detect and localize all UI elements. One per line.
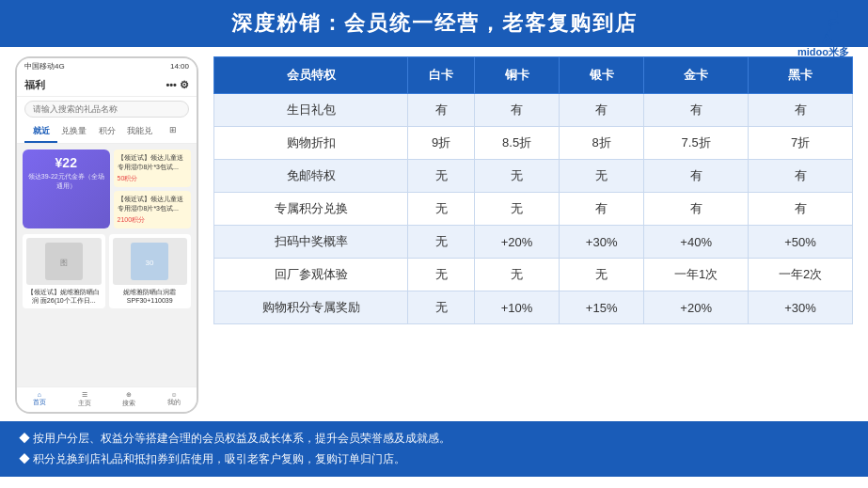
table-cell-value: 无 xyxy=(408,291,475,324)
phone-nav-bar: 福利 ••• ⚙ xyxy=(17,74,197,97)
table-cell-value: 有 xyxy=(644,94,749,127)
phone-tabs: 就近 兑换量 积分 我能兑 ⊞ xyxy=(17,121,197,144)
table-area: 会员特权 白卡 铜卡 银卡 金卡 黑卡 生日礼包有有有有有购物折扣9折8.5折8… xyxy=(213,56,853,414)
table-cell-value: 无 xyxy=(475,259,560,291)
coupon-desc: 领达39-22元代金券（全场通用） xyxy=(27,172,105,191)
phone-coupon-row: ¥22 领达39-22元代金券（全场通用） 【领近试】领达儿童送专用湿巾8片*3… xyxy=(23,150,191,228)
table-row: 生日礼包有有有有有 xyxy=(214,94,853,127)
phone-product-card-2: 【领近试】领达儿童送专用湿巾8片*3包试... 2100积分 xyxy=(114,191,192,228)
footer-line-1: 按用户分层、权益分等搭建合理的会员权益及成长体系，提升会员荣誉感及成就感。 xyxy=(19,429,849,449)
table-cell-value: 无 xyxy=(560,259,644,291)
col-header-privilege: 会员特权 xyxy=(214,57,408,94)
phone-product-1: 图 【领近试】妮维雅防晒白润 面26(10个工作日... xyxy=(23,234,105,308)
phone-bottom-me[interactable]: ☺我的 xyxy=(151,391,197,408)
table-cell-label: 扫码中奖概率 xyxy=(214,226,408,259)
phone-search-area xyxy=(17,97,197,121)
svg-text:图: 图 xyxy=(60,259,68,267)
table-row: 回厂参观体验无无无一年1次一年2次 xyxy=(214,259,853,291)
page-title: 深度粉销：会员统一经营，老客复购到店 xyxy=(0,0,868,47)
logo-text: midoo米多 xyxy=(797,45,849,59)
table-cell-value: 有 xyxy=(749,193,853,226)
table-row: 专属积分兑换无无有有有 xyxy=(214,193,853,226)
table-cell-value: 8.5折 xyxy=(475,127,560,160)
phone-time: 14:00 xyxy=(170,62,189,71)
table-cell-value: 有 xyxy=(408,94,475,127)
main-content: 中国移动4G 14:00 福利 ••• ⚙ 就近 兑换量 积分 我能兑 ⊞ ¥2… xyxy=(0,47,868,414)
col-header-gold: 金卡 xyxy=(644,57,749,94)
table-cell-value: +15% xyxy=(560,291,644,324)
phone-bottom-home[interactable]: ⌂首页 xyxy=(17,391,62,408)
table-cell-value: 8折 xyxy=(560,127,644,160)
table-cell-value: +30% xyxy=(749,291,853,324)
table-cell-label: 购物折扣 xyxy=(214,127,408,160)
table-cell-value: 有 xyxy=(475,94,560,127)
phone-product-row: 图 【领近试】妮维雅防晒白润 面26(10个工作日... 30 妮维雅防晒白润霜… xyxy=(23,234,191,308)
svg-text:30: 30 xyxy=(146,259,154,267)
table-cell-label: 免邮特权 xyxy=(214,160,408,193)
table-cell-value: 有 xyxy=(749,160,853,193)
table-cell-value: +50% xyxy=(749,226,853,259)
phone-carrier: 中国移动4G xyxy=(24,61,65,71)
table-cell-value: 有 xyxy=(560,94,644,127)
table-cell-label: 回厂参观体验 xyxy=(214,259,408,291)
table-cell-value: 无 xyxy=(560,160,644,193)
table-cell-value: 无 xyxy=(475,160,560,193)
title-text: 深度粉销：会员统一经营，老客复购到店 xyxy=(231,11,638,35)
col-header-white: 白卡 xyxy=(408,57,475,94)
footer-line-2: 积分兑换到店礼品和抵扣券到店使用，吸引老客户复购，复购订单归门店。 xyxy=(19,449,849,470)
table-cell-value: +40% xyxy=(644,226,749,259)
svg-point-0 xyxy=(829,10,838,20)
footer-bar: 按用户分层、权益分等搭建合理的会员权益及成长体系，提升会员荣誉感及成就感。 积分… xyxy=(0,421,868,477)
table-cell-value: +30% xyxy=(560,226,644,259)
col-header-black: 黑卡 xyxy=(749,57,853,94)
phone-product-2: 30 妮维雅防晒白润霜SPF30+110039 xyxy=(109,234,192,308)
midoo-logo-icon xyxy=(803,9,844,43)
membership-table: 会员特权 白卡 铜卡 银卡 金卡 黑卡 生日礼包有有有有有购物折扣9折8.5折8… xyxy=(213,56,853,324)
phone-tab-0[interactable]: 就近 xyxy=(24,121,57,143)
table-cell-label: 购物积分专属奖励 xyxy=(214,291,408,324)
table-cell-value: 一年2次 xyxy=(749,259,853,291)
table-body: 生日礼包有有有有有购物折扣9折8.5折8折7.5折7折免邮特权无无无有有专属积分… xyxy=(214,94,853,324)
phone-nav-title: 福利 xyxy=(24,78,45,92)
table-cell-value: 有 xyxy=(560,193,644,226)
phone-product-img-2: 30 xyxy=(113,238,188,285)
table-cell-value: 有 xyxy=(749,94,853,127)
col-header-silver: 银卡 xyxy=(560,57,644,94)
phone-tab-4[interactable]: ⊞ xyxy=(156,121,189,143)
logo-area: midoo米多 xyxy=(797,9,849,59)
table-cell-value: 无 xyxy=(408,193,475,226)
table-cell-value: 7折 xyxy=(749,127,853,160)
table-cell-value: +20% xyxy=(644,291,749,324)
table-cell-value: +20% xyxy=(475,226,560,259)
table-cell-value: 无 xyxy=(408,259,475,291)
coupon-amount: ¥22 xyxy=(27,155,105,170)
phone-coupon-1: ¥22 领达39-22元代金券（全场通用） xyxy=(23,150,110,228)
table-cell-value: 无 xyxy=(475,193,560,226)
table-row: 购物折扣9折8.5折8折7.5折7折 xyxy=(214,127,853,160)
table-row: 免邮特权无无无有有 xyxy=(214,160,853,193)
phone-search-input[interactable] xyxy=(24,101,189,118)
table-header-row: 会员特权 白卡 铜卡 银卡 金卡 黑卡 xyxy=(214,57,853,94)
table-cell-value: 9折 xyxy=(408,127,475,160)
phone-product-img-1: 图 xyxy=(26,238,102,285)
table-cell-label: 专属积分兑换 xyxy=(214,193,408,226)
table-row: 购物积分专属奖励无+10%+15%+20%+30% xyxy=(214,291,853,324)
table-cell-value: 一年1次 xyxy=(644,259,749,291)
phone-product-card-1: 【领近试】领达儿童送专用湿巾8片*3包试... 50积分 xyxy=(114,150,192,187)
phone-body: ¥22 领达39-22元代金券（全场通用） 【领近试】领达儿童送专用湿巾8片*3… xyxy=(17,144,197,386)
phone-nav-icons: ••• ⚙ xyxy=(166,79,189,91)
table-cell-value: 有 xyxy=(644,160,749,193)
table-cell-value: 有 xyxy=(644,193,749,226)
phone-tab-2[interactable]: 积分 xyxy=(90,121,123,143)
phone-status-bar: 中国移动4G 14:00 xyxy=(17,58,197,74)
table-cell-value: +10% xyxy=(475,291,560,324)
phone-bottom-bar: ⌂首页 ☰主页 ⊕搜索 ☺我的 xyxy=(17,386,197,412)
table-row: 扫码中奖概率无+20%+30%+40%+50% xyxy=(214,226,853,259)
table-cell-value: 7.5折 xyxy=(644,127,749,160)
phone-tab-3[interactable]: 我能兑 xyxy=(123,121,156,143)
phone-bottom-main[interactable]: ☰主页 xyxy=(62,391,107,408)
table-cell-label: 生日礼包 xyxy=(214,94,408,127)
phone-bottom-search[interactable]: ⊕搜索 xyxy=(107,391,152,408)
table-cell-value: 无 xyxy=(408,226,475,259)
phone-tab-1[interactable]: 兑换量 xyxy=(57,121,90,143)
